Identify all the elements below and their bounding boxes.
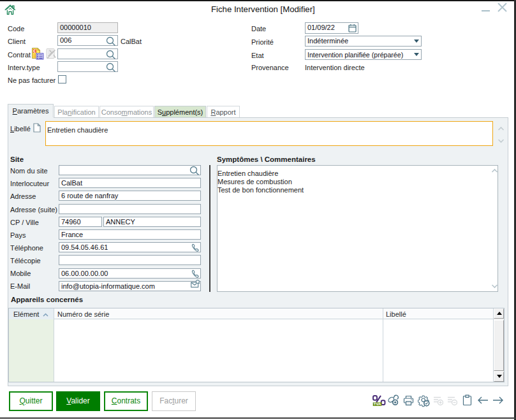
svg-text:TVA: TVA [374, 402, 381, 406]
